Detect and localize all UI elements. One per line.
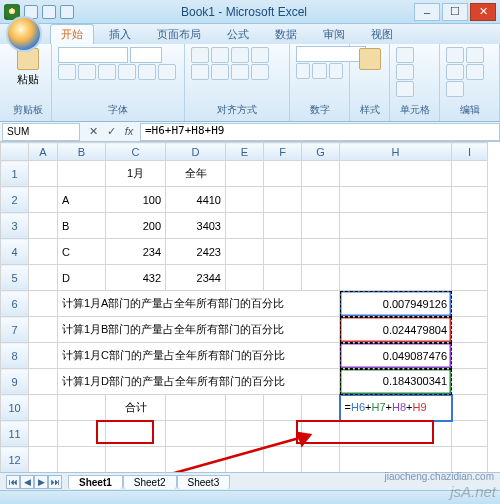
- formula-bar: SUM ✕ ✓ fx =H6+H7+H8+H9: [0, 122, 500, 142]
- cancel-formula-icon[interactable]: ✕: [86, 125, 100, 138]
- formula-input[interactable]: =H6+H7+H8+H9: [140, 123, 500, 141]
- find-button[interactable]: [466, 64, 484, 80]
- bold-button[interactable]: [58, 64, 76, 80]
- comma-button[interactable]: [312, 63, 326, 79]
- delete-cell-button[interactable]: [396, 64, 414, 80]
- status-bar: [0, 490, 500, 504]
- tab-review[interactable]: 审阅: [312, 24, 356, 44]
- underline-button[interactable]: [98, 64, 116, 80]
- styles-button[interactable]: [356, 46, 383, 72]
- row-header[interactable]: 7: [1, 317, 29, 343]
- tab-view[interactable]: 视图: [360, 24, 404, 44]
- col-header[interactable]: C: [106, 143, 166, 161]
- wrap-button[interactable]: [251, 47, 269, 63]
- row-header[interactable]: 5: [1, 265, 29, 291]
- paste-button[interactable]: 粘贴: [10, 46, 45, 89]
- sort-button[interactable]: [466, 47, 484, 63]
- col-header[interactable]: G: [302, 143, 340, 161]
- ribbon-tab-row: 开始 插入 页面布局 公式 数据 审阅 视图: [0, 24, 500, 44]
- row-header[interactable]: 1: [1, 161, 29, 187]
- sheet-nav-last-icon[interactable]: ⏭: [48, 475, 62, 489]
- col-header[interactable]: I: [452, 143, 488, 161]
- cell-h8[interactable]: 0.049087476: [340, 343, 452, 369]
- worksheet-grid[interactable]: A B C D E F G H I 11月全年 2A1004410 3B2003…: [0, 142, 500, 473]
- tab-formulas[interactable]: 公式: [216, 24, 260, 44]
- row-header[interactable]: 8: [1, 343, 29, 369]
- row-header[interactable]: 3: [1, 213, 29, 239]
- tab-data[interactable]: 数据: [264, 24, 308, 44]
- sheet-tab-bar: ⏮ ◀ ▶ ⏭ Sheet1 Sheet2 Sheet3: [0, 472, 500, 490]
- align-center-button[interactable]: [211, 64, 229, 80]
- col-header[interactable]: F: [264, 143, 302, 161]
- fx-icon[interactable]: fx: [122, 125, 136, 138]
- insert-cell-button[interactable]: [396, 47, 414, 63]
- title-bar: Book1 - Microsoft Excel – ☐ ✕: [0, 0, 500, 24]
- font-select[interactable]: [58, 47, 128, 63]
- ribbon: 粘贴 剪贴板 字体 对齐方式 数字 样式 单元格: [0, 44, 500, 122]
- window-title: Book1 - Microsoft Excel: [74, 5, 414, 19]
- styles-icon: [359, 48, 381, 70]
- align-right-button[interactable]: [231, 64, 249, 80]
- row-header[interactable]: 6: [1, 291, 29, 317]
- qat-undo-icon[interactable]: [42, 5, 56, 19]
- select-all-button[interactable]: [1, 143, 29, 161]
- col-header[interactable]: E: [226, 143, 264, 161]
- percent-button[interactable]: [296, 63, 310, 79]
- align-top-button[interactable]: [191, 47, 209, 63]
- name-box[interactable]: SUM: [2, 123, 80, 141]
- sheet-nav-next-icon[interactable]: ▶: [34, 475, 48, 489]
- align-bot-button[interactable]: [231, 47, 249, 63]
- align-left-button[interactable]: [191, 64, 209, 80]
- row-header[interactable]: 4: [1, 239, 29, 265]
- autosum-button[interactable]: [446, 47, 464, 63]
- tab-pagelayout[interactable]: 页面布局: [146, 24, 212, 44]
- row-header[interactable]: 9: [1, 369, 29, 395]
- cell-h9[interactable]: 0.184300341: [340, 369, 452, 395]
- row-header[interactable]: 2: [1, 187, 29, 213]
- border-button[interactable]: [118, 64, 136, 80]
- tab-insert[interactable]: 插入: [98, 24, 142, 44]
- font-size-select[interactable]: [130, 47, 162, 63]
- tab-home[interactable]: 开始: [50, 24, 94, 44]
- minimize-button[interactable]: –: [414, 3, 440, 21]
- format-cell-button[interactable]: [396, 81, 414, 97]
- enter-formula-icon[interactable]: ✓: [104, 125, 118, 138]
- fill-color-button[interactable]: [138, 64, 156, 80]
- align-mid-button[interactable]: [211, 47, 229, 63]
- cell-h7[interactable]: 0.024479804: [340, 317, 452, 343]
- italic-button[interactable]: [78, 64, 96, 80]
- qat-redo-icon[interactable]: [60, 5, 74, 19]
- col-header[interactable]: H: [340, 143, 452, 161]
- col-header[interactable]: A: [29, 143, 58, 161]
- cell-h6[interactable]: 0.007949126: [340, 291, 452, 317]
- cell-h10-editing[interactable]: =H6+H7+H8+H9: [340, 395, 452, 421]
- sheet-tab[interactable]: Sheet3: [177, 475, 231, 489]
- office-button[interactable]: [6, 16, 42, 52]
- fill-button[interactable]: [446, 64, 464, 80]
- sheet-nav-prev-icon[interactable]: ◀: [20, 475, 34, 489]
- dec-inc-button[interactable]: [329, 63, 343, 79]
- row-header[interactable]: 10: [1, 395, 29, 421]
- clear-button[interactable]: [446, 81, 464, 97]
- col-header[interactable]: D: [166, 143, 226, 161]
- sheet-nav-first-icon[interactable]: ⏮: [6, 475, 20, 489]
- sheet-tab[interactable]: Sheet2: [123, 475, 177, 489]
- merge-button[interactable]: [251, 64, 269, 80]
- row-header[interactable]: 11: [1, 421, 29, 447]
- quick-access-toolbar: [24, 5, 74, 19]
- row-header[interactable]: 12: [1, 447, 29, 473]
- maximize-button[interactable]: ☐: [442, 3, 468, 21]
- font-color-button[interactable]: [158, 64, 176, 80]
- sheet-tab[interactable]: Sheet1: [68, 475, 123, 489]
- close-button[interactable]: ✕: [470, 3, 496, 21]
- col-header[interactable]: B: [58, 143, 106, 161]
